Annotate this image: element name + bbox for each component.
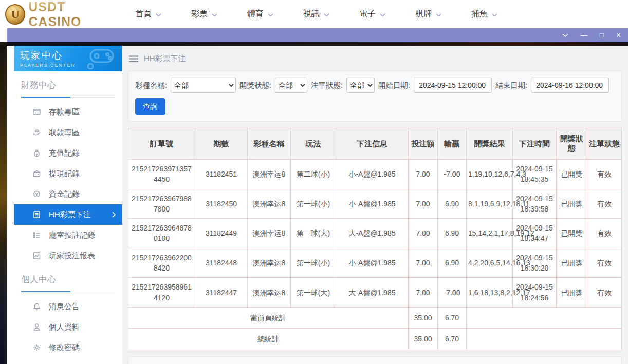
deposit-card-icon [32,108,41,116]
chevron-down-icon [324,10,329,19]
nav-item-home[interactable]: 首頁 [135,9,161,20]
col-draw-result: 開獎結果 [467,128,513,160]
page-title-row: HH彩票下注 [128,50,622,71]
cell-lottery-name: 澳洲幸运8 [248,219,291,248]
sidebar-item-hall-bet-record[interactable]: 廳室投註記錄 [14,225,122,245]
sidebar-item-label: 存款專區 [49,107,80,117]
sidebar-item-label: 提現記錄 [49,169,80,179]
nav-item-lottery[interactable]: 彩票 [191,9,217,20]
cell-win-loss: -7.00 [438,160,467,189]
nav-item-boardgames[interactable]: 棋牌 [415,9,441,20]
chevron-right-icon [112,212,116,218]
sidebar-item-deposit[interactable]: 存款專區 [14,102,122,122]
order-status-select[interactable]: 全部 [346,78,375,93]
sidebar-item-profile[interactable]: 個人資料 [14,317,122,337]
section-title-finance: 財務中心 [14,71,122,97]
logo[interactable]: U USDT CASINO [0,0,121,29]
sidebar-item-label: 消息公告 [49,302,80,312]
nav-item-video[interactable]: 視訊 [303,9,329,20]
chevron-down-icon [156,10,161,19]
cell-draw-result: 15,14,2,1,17,8,19,12 [467,219,513,248]
cell-win-loss: 6.90 [438,248,467,278]
sidebar-item-announcements[interactable]: 消息公告 [14,296,122,317]
nav-item-slots[interactable]: 電子 [359,9,385,20]
search-button[interactable]: 查詢 [135,98,165,115]
cell-win-loss: -7.00 [438,278,467,308]
person-icon [32,323,41,331]
sidebar: 玩家中心 PLAYERS CENTER 財務中心 存款專區 [14,46,122,364]
nav-item-sports[interactable]: 體育 [247,9,273,20]
lottery-name-select[interactable]: 全部 [171,78,236,93]
sidebar-item-label: 資金記錄 [49,189,80,199]
background-image-strip [0,42,7,364]
nav-item-fishing[interactable]: 捕魚 [471,9,497,20]
section-divider [21,292,115,292]
cell-win-loss: 6.90 [438,189,467,219]
nav-menu: 首頁 彩票 體育 視訊 電子 棋牌 [135,9,497,20]
window-maximize-button[interactable]: □ [600,32,604,39]
sidebar-item-player-bet-report[interactable]: 玩家投注報表 [14,245,122,266]
sidebar-item-label: 玩家投注報表 [49,251,95,261]
cell-bet-amount: 7.00 [409,278,438,308]
sidebar-item-hh-lottery-bets[interactable]: HH彩票下注 [14,204,122,225]
window-titlebar: — □ × [7,28,628,42]
nav-label: 體育 [247,9,264,20]
window-dropdown-icon[interactable] [562,33,568,37]
cell-order-number: 2152172639713574450 [128,160,195,189]
cell-period: 31182448 [195,248,248,278]
coin-icon [32,190,41,198]
hand-withdraw-icon [32,128,41,137]
sidebar-item-funds-record[interactable]: 資金記錄 [14,184,122,204]
summary-empty [467,307,622,328]
col-bet-info: 下注信息 [336,128,409,160]
col-bet-time: 下注時間 [513,128,557,160]
sidebar-header: 玩家中心 PLAYERS CENTER [14,46,122,71]
nav-label: 彩票 [191,9,208,20]
table-row: 2152172639622008420 31182448 澳洲幸运8 第一球(小… [128,248,622,278]
nav-label: 電子 [359,9,376,20]
usdt-coin-icon: U [5,4,25,25]
draw-status-select[interactable]: 全部 [275,78,307,93]
cell-draw-result: 4,2,20,6,5,14,16,13 [467,248,513,278]
table-row: 2152172639589614120 31182447 澳洲幸运8 第一球(大… [128,278,622,308]
cell-play-type: 第一球(小) [291,189,336,219]
cell-order-status: 有效 [587,160,622,189]
money-bag-icon [32,149,41,157]
sidebar-item-label: 修改密碼 [49,343,80,353]
cell-bet-amount: 7.00 [409,160,438,189]
cell-order-status: 有效 [587,278,622,308]
start-date-input[interactable] [414,78,492,93]
sidebar-item-withdraw[interactable]: 取款專區 [14,122,122,143]
sidebar-item-withdrawal-record[interactable]: 提現記錄 [14,163,122,184]
window-close-button[interactable]: × [616,31,621,40]
sidebar-item-change-password[interactable]: 修改密碼 [14,337,122,358]
table-header-row: 訂單號 期數 彩種名稱 玩法 下注信息 投注額 輸贏 開獎結果 下注時間 開獎狀… [128,128,622,160]
col-bet-amount: 投注額 [409,128,438,160]
cell-win-loss: 6.90 [438,219,467,248]
end-date-input[interactable] [531,78,609,93]
cell-order-status: 有效 [587,219,622,248]
cell-lottery-name: 澳洲幸运8 [248,278,291,308]
nav-label: 首頁 [135,9,152,20]
cell-play-type: 第一球(大) [291,219,336,248]
chevron-down-icon [212,10,217,19]
cell-period: 31182447 [195,278,248,308]
cell-period: 31182449 [195,219,248,248]
cell-draw-result: 8,1,19,6,9,12,18,11 [467,189,513,219]
sidebar-item-recharge-record[interactable]: 充值記錄 [14,143,122,163]
cell-draw-status: 已開獎 [557,189,587,219]
gear-icon [32,343,41,352]
chart-icon [32,252,41,260]
window-minimize-button[interactable]: — [581,32,587,39]
hamburger-menu-icon[interactable] [129,55,138,62]
cell-period: 31182451 [195,160,248,189]
nav-label: 棋牌 [415,9,432,20]
cell-draw-status: 已開獎 [557,160,587,189]
col-period: 期數 [195,128,248,160]
chevron-down-icon [268,10,273,19]
cell-draw-status: 已開獎 [557,278,587,308]
section-divider [21,97,115,98]
filter-panel: 彩種名稱: 全部 開獎狀態: 全部 注單狀態: 全部 [128,71,622,122]
col-play-type: 玩法 [291,128,336,160]
logo-text: USDT CASINO [28,0,121,29]
